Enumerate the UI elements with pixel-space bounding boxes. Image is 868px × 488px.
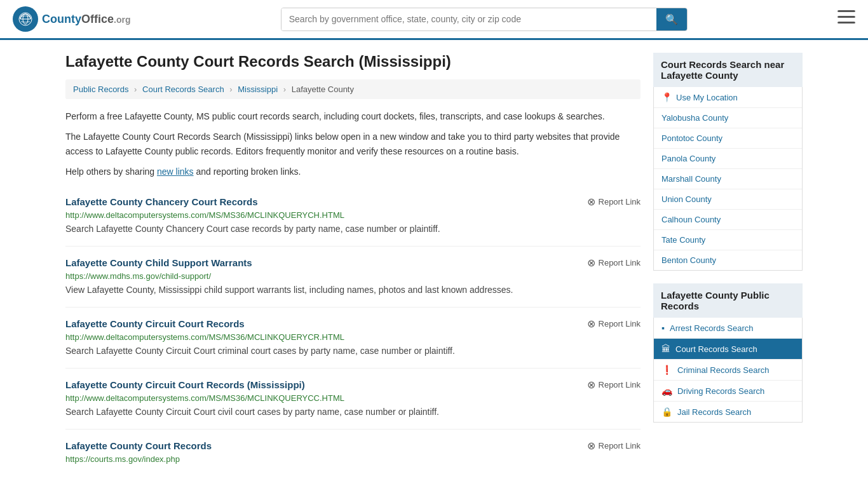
result-url-2[interactable]: http://www.deltacomputersystems.com/MS/M… — [65, 332, 641, 342]
pub-rec-driving-link[interactable]: 🚗 Driving Records Search — [654, 381, 802, 401]
pub-rec-jail[interactable]: 🔒 Jail Records Search — [654, 402, 802, 422]
result-url-1[interactable]: https://www.mdhs.ms.gov/child-support/ — [65, 271, 641, 281]
breadcrumb-court-records-search[interactable]: Court Records Search — [142, 85, 224, 94]
report-label-2: Report Link — [599, 319, 641, 329]
search-button[interactable]: 🔍 — [656, 8, 687, 30]
pub-rec-driving[interactable]: 🚗 Driving Records Search — [654, 381, 802, 402]
result-item-4: Lafayette County Court Records ⊗ Report … — [65, 430, 641, 477]
breadcrumb: Public Records › Court Records Search › … — [65, 79, 641, 99]
result-header-2: Lafayette County Circuit Court Records ⊗… — [65, 318, 641, 330]
result-link-1[interactable]: Lafayette County Child Support Warrants — [65, 257, 252, 268]
nearby-county-link-1[interactable]: Yalobusha County — [654, 108, 802, 128]
pub-rec-criminal[interactable]: ❗ Criminal Records Search — [654, 360, 802, 381]
nearby-county-link-6[interactable]: Calhoun County — [654, 210, 802, 229]
jail-label: Jail Records Search — [677, 407, 751, 417]
description-2: The Lafayette County Court Records Searc… — [65, 130, 641, 158]
public-records-list: ▪ Arrest Records Search 🏛 Court Records … — [653, 318, 803, 423]
report-link-3[interactable]: ⊗ Report Link — [587, 379, 641, 391]
result-link-3[interactable]: Lafayette County Circuit Court Records (… — [65, 379, 305, 390]
nearby-county-link-2[interactable]: Pontotoc County — [654, 128, 802, 148]
logo-text: CountyOffice.org — [42, 13, 130, 26]
new-links-link[interactable]: new links — [157, 166, 194, 177]
report-link-2[interactable]: ⊗ Report Link — [587, 318, 641, 330]
result-url-4[interactable]: https://courts.ms.gov/index.php — [65, 454, 641, 464]
pub-rec-court-link[interactable]: 🏛 Court Records Search — [654, 339, 802, 359]
main-container: Lafayette County Court Records Search (M… — [53, 40, 815, 488]
result-desc-1: View Lafayette County, Mississippi child… — [65, 283, 641, 297]
result-link-2[interactable]: Lafayette County Circuit Court Records — [65, 318, 245, 329]
report-icon-3: ⊗ — [587, 379, 595, 391]
nearby-county-8[interactable]: Benton County — [654, 250, 802, 270]
search-icon: 🔍 — [665, 14, 678, 25]
arrest-label: Arrest Records Search — [670, 323, 754, 333]
nearby-county-5[interactable]: Union County — [654, 189, 802, 210]
arrest-icon: ▪ — [661, 323, 665, 333]
site-header: CountyOffice.org 🔍 — [0, 0, 868, 40]
nearby-list: 📍 Use My Location Yalobusha County Ponto… — [653, 87, 803, 271]
jail-icon: 🔒 — [661, 407, 672, 417]
report-label-0: Report Link — [599, 197, 641, 207]
breadcrumb-mississippi[interactable]: Mississippi — [238, 85, 278, 94]
result-link-4[interactable]: Lafayette County Court Records — [65, 440, 212, 451]
svg-rect-5 — [837, 22, 855, 24]
nearby-county-link-4[interactable]: Marshall County — [654, 169, 802, 189]
report-link-0[interactable]: ⊗ Report Link — [587, 196, 641, 208]
report-label-3: Report Link — [599, 380, 641, 390]
hamburger-menu-button[interactable] — [837, 10, 855, 28]
result-title-0: Lafayette County Chancery Court Records — [65, 196, 258, 207]
nearby-county-2[interactable]: Pontotoc County — [654, 128, 802, 149]
page-title: Lafayette County Court Records Search (M… — [65, 53, 641, 71]
right-sidebar: Court Records Search near Lafayette Coun… — [653, 53, 803, 477]
nearby-county-6[interactable]: Calhoun County — [654, 210, 802, 230]
breadcrumb-sep-1: › — [134, 85, 137, 94]
result-desc-3: Search Lafayette County Circuit Court ci… — [65, 405, 641, 419]
use-my-location-link[interactable]: 📍 Use My Location — [654, 87, 802, 107]
location-icon: 📍 — [661, 92, 672, 102]
breadcrumb-sep-3: › — [283, 85, 286, 94]
report-icon-2: ⊗ — [587, 318, 595, 330]
result-item-1: Lafayette County Child Support Warrants … — [65, 247, 641, 308]
description-1: Perform a free Lafayette County, MS publ… — [65, 109, 641, 123]
breadcrumb-sep-2: › — [229, 85, 232, 94]
result-header-3: Lafayette County Circuit Court Records (… — [65, 379, 641, 391]
result-link-0[interactable]: Lafayette County Chancery Court Records — [65, 196, 258, 207]
nearby-county-link-3[interactable]: Panola County — [654, 149, 802, 168]
nearby-county-link-8[interactable]: Benton County — [654, 250, 802, 270]
report-label-4: Report Link — [599, 441, 641, 451]
search-bar-wrapper: 🔍 — [281, 8, 688, 31]
nearby-county-link-7[interactable]: Tate County — [654, 230, 802, 250]
report-link-1[interactable]: ⊗ Report Link — [587, 257, 641, 269]
search-input[interactable] — [281, 8, 656, 30]
report-icon-0: ⊗ — [587, 196, 595, 208]
nearby-county-1[interactable]: Yalobusha County — [654, 108, 802, 128]
nearby-county-7[interactable]: Tate County — [654, 230, 802, 250]
result-title-2: Lafayette County Circuit Court Records — [65, 318, 245, 329]
court-icon: 🏛 — [661, 344, 670, 354]
description-3: Help others by sharing new links and rep… — [65, 165, 641, 179]
logo-icon — [13, 6, 38, 32]
search-bar-area: 🔍 — [281, 8, 688, 31]
pub-rec-jail-link[interactable]: 🔒 Jail Records Search — [654, 402, 802, 422]
pub-rec-criminal-link[interactable]: ❗ Criminal Records Search — [654, 360, 802, 380]
result-title-1: Lafayette County Child Support Warrants — [65, 257, 252, 268]
use-my-location-item[interactable]: 📍 Use My Location — [654, 87, 802, 108]
pub-rec-arrest-link[interactable]: ▪ Arrest Records Search — [654, 318, 802, 338]
nearby-header: Court Records Search near Lafayette Coun… — [653, 53, 803, 87]
nearby-county-4[interactable]: Marshall County — [654, 169, 802, 189]
logo-area: CountyOffice.org — [13, 6, 130, 32]
nearby-county-link-5[interactable]: Union County — [654, 189, 802, 209]
result-item-0: Lafayette County Chancery Court Records … — [65, 186, 641, 247]
pub-rec-court[interactable]: 🏛 Court Records Search — [654, 339, 802, 360]
pub-rec-arrest[interactable]: ▪ Arrest Records Search — [654, 318, 802, 339]
result-title-3: Lafayette County Circuit Court Records (… — [65, 379, 305, 390]
results-list: Lafayette County Chancery Court Records … — [65, 186, 641, 477]
criminal-icon: ❗ — [661, 365, 672, 375]
svg-rect-4 — [837, 16, 855, 18]
result-url-3[interactable]: http://www.deltacomputersystems.com/MS/M… — [65, 393, 641, 403]
breadcrumb-public-records[interactable]: Public Records — [73, 85, 128, 94]
nearby-county-3[interactable]: Panola County — [654, 149, 802, 169]
public-records-header: Lafayette County Public Records — [653, 283, 803, 318]
report-link-4[interactable]: ⊗ Report Link — [587, 440, 641, 452]
public-records-section: Lafayette County Public Records ▪ Arrest… — [653, 283, 803, 423]
result-url-0[interactable]: http://www.deltacomputersystems.com/MS/M… — [65, 210, 641, 220]
